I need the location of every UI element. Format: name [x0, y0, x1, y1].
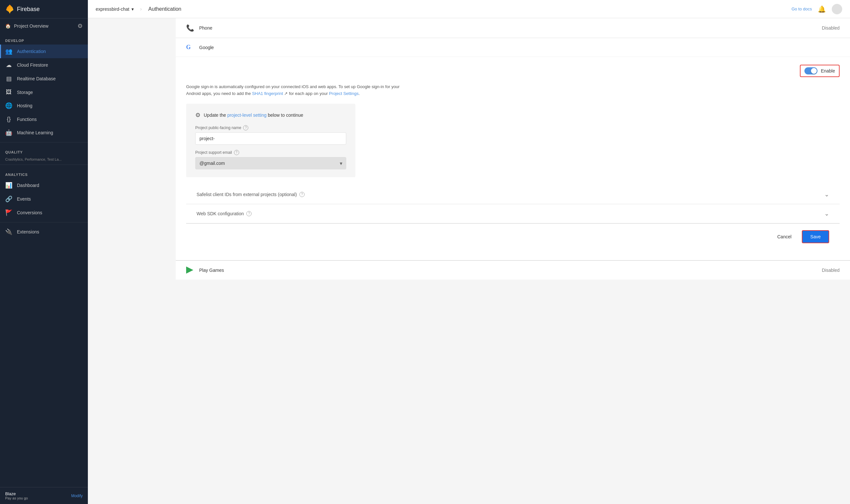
google-section: G Google Enable Google sign-in	[176, 38, 850, 260]
functions-label: Functions	[17, 117, 37, 122]
sidebar-item-machine-learning[interactable]: 🤖 Machine Learning	[0, 126, 88, 140]
conversions-icon: 🚩	[5, 209, 12, 216]
settings-gear-icon: ⚙	[195, 111, 201, 119]
safelist-help-icon[interactable]: ?	[299, 192, 305, 197]
dashboard-label: Dashboard	[17, 183, 39, 188]
project-selector[interactable]: expressbird-chat ▾	[96, 6, 134, 12]
storage-label: Storage	[17, 90, 33, 95]
sidebar-item-hosting[interactable]: 🌐 Hosting	[0, 99, 88, 112]
functions-icon: {}	[5, 116, 12, 123]
safelist-label: Safelist client IDs from external projec…	[196, 192, 305, 197]
sidebar-item-extensions[interactable]: 🔌 Extensions	[0, 225, 88, 239]
project-overview-button[interactable]: 🏠 Project Overview	[5, 23, 77, 29]
topbar-page-title: Authentication	[149, 6, 181, 12]
google-header: G Google	[176, 38, 850, 57]
play-games-icon	[186, 267, 193, 274]
action-row: Cancel Save	[186, 223, 839, 250]
auth-label: Authentication	[17, 49, 46, 54]
settings-card-title: Update the project-level setting below t…	[204, 112, 303, 118]
divider-1	[0, 142, 88, 142]
play-games-name: Play Games	[199, 268, 817, 273]
flame-icon	[5, 4, 14, 14]
public-name-label: Project public-facing name ?	[195, 125, 346, 130]
support-email-label: Project support email ?	[195, 150, 346, 155]
support-email-select[interactable]: @gmail.com	[195, 157, 346, 169]
phone-provider-name: Phone	[199, 25, 817, 31]
extensions-icon: 🔌	[5, 228, 12, 235]
firestore-icon: ☁	[5, 61, 12, 69]
settings-icon[interactable]: ⚙	[77, 22, 83, 30]
phone-provider-row: 📞 Phone Disabled	[176, 18, 850, 38]
rtdb-label: Realtime Database	[17, 76, 56, 81]
save-button[interactable]: Save	[802, 230, 829, 243]
web-sdk-help-icon[interactable]: ?	[246, 211, 251, 216]
develop-section-label: Develop	[0, 34, 88, 44]
dashboard-icon: 📊	[5, 182, 12, 189]
firebase-title: Firebase	[17, 6, 40, 13]
web-sdk-chevron-icon: ⌄	[824, 210, 829, 217]
dropdown-arrow-icon[interactable]: ▾	[132, 6, 134, 12]
storage-icon: 🖼	[5, 89, 12, 95]
cancel-button[interactable]: Cancel	[772, 232, 797, 242]
public-name-input[interactable]	[195, 132, 346, 145]
sidebar-bottom: Blaze Pay as you go Modify	[0, 487, 88, 504]
google-provider-name: Google	[199, 45, 839, 50]
ml-icon: 🤖	[5, 129, 12, 136]
events-icon: 🔗	[5, 195, 12, 202]
support-email-help-icon[interactable]: ?	[234, 150, 239, 155]
ml-label: Machine Learning	[17, 130, 53, 135]
sidebar-item-events[interactable]: 🔗 Events	[0, 192, 88, 206]
safelist-collapsible[interactable]: Safelist client IDs from external projec…	[186, 185, 839, 204]
quality-sublabel: Crashlytics, Performance, Test La...	[0, 156, 88, 162]
project-settings-link[interactable]: Project Settings	[329, 91, 359, 96]
project-overview-row[interactable]: 🏠 Project Overview ⚙	[0, 19, 88, 34]
main-content: 📞 Phone Disabled G Google Enable	[176, 18, 850, 504]
play-games-status: Disabled	[822, 268, 839, 273]
settings-card-header: ⚙ Update the project-level setting below…	[195, 111, 346, 119]
phone-icon: 📞	[186, 24, 194, 32]
user-avatar[interactable]	[832, 4, 842, 14]
hosting-icon: 🌐	[5, 102, 12, 109]
go-to-docs-link[interactable]: Go to docs	[792, 6, 812, 12]
safelist-text: Safelist client IDs from external projec…	[196, 192, 297, 197]
support-email-select-wrapper: @gmail.com ▾	[195, 157, 346, 169]
project-name: expressbird-chat	[96, 6, 129, 12]
topbar-right: Go to docs 🔔	[792, 4, 842, 14]
firebase-logo: Firebase	[5, 4, 40, 14]
conversions-label: Conversions	[17, 210, 42, 215]
topbar-separator: ›	[140, 6, 142, 12]
blaze-subtitle: Pay as you go	[5, 496, 28, 500]
blaze-info: Blaze Pay as you go	[5, 491, 28, 500]
sidebar-item-realtime-database[interactable]: ▤ Realtime Database	[0, 72, 88, 86]
enable-toggle[interactable]	[804, 67, 817, 74]
sha1-link[interactable]: SHA1 fingerprint	[252, 91, 283, 96]
notification-bell-icon[interactable]: 🔔	[818, 5, 826, 13]
firestore-label: Cloud Firestore	[17, 62, 48, 68]
sidebar-item-authentication[interactable]: 👥 Authentication	[0, 44, 88, 58]
events-label: Events	[17, 196, 31, 202]
auth-icon: 👥	[5, 48, 12, 55]
web-sdk-collapsible[interactable]: Web SDK configuration ? ⌄	[186, 204, 839, 223]
blaze-row: Blaze Pay as you go Modify	[5, 491, 83, 500]
safelist-chevron-icon: ⌄	[824, 191, 829, 198]
hosting-label: Hosting	[17, 103, 32, 108]
sidebar-item-functions[interactable]: {} Functions	[0, 112, 88, 126]
home-icon: 🏠	[5, 23, 11, 29]
sidebar-item-conversions[interactable]: 🚩 Conversions	[0, 206, 88, 219]
extensions-label: Extensions	[17, 229, 39, 234]
divider-2	[0, 164, 88, 165]
modify-button[interactable]: Modify	[71, 493, 83, 498]
sidebar-item-cloud-firestore[interactable]: ☁ Cloud Firestore	[0, 58, 88, 72]
project-level-setting-link[interactable]: project-level setting	[227, 112, 266, 118]
web-sdk-label: Web SDK configuration ?	[196, 211, 251, 216]
sidebar-item-storage[interactable]: 🖼 Storage	[0, 86, 88, 99]
public-name-help-icon[interactable]: ?	[243, 125, 248, 130]
settings-card: ⚙ Update the project-level setting below…	[186, 104, 355, 177]
web-sdk-text: Web SDK configuration	[196, 211, 244, 216]
play-games-row: Play Games Disabled	[176, 260, 850, 280]
project-overview-label: Project Overview	[14, 23, 49, 29]
sidebar-item-dashboard[interactable]: 📊 Dashboard	[0, 179, 88, 192]
quality-section-label: Quality	[0, 145, 88, 156]
google-expanded: Enable Google sign-in is automatically c…	[176, 57, 850, 260]
google-description: Google sign-in is automatically configur…	[186, 84, 407, 97]
